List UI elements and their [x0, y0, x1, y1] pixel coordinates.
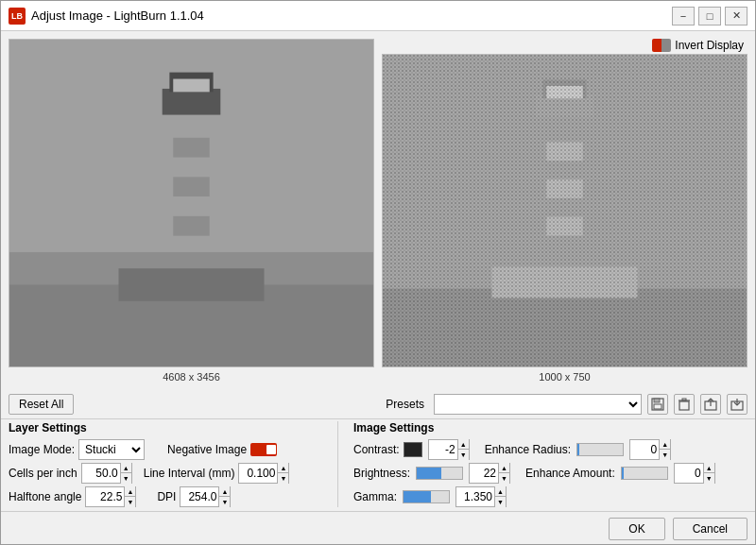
svg-rect-31: [679, 401, 689, 410]
left-image-container: [9, 39, 374, 367]
image-mode-label: Image Mode:: [9, 443, 75, 456]
halftone-angle-input[interactable]: [86, 487, 124, 506]
cells-up-btn[interactable]: ▲: [120, 463, 131, 473]
brightness-slider-visual: [416, 467, 463, 480]
save-preset-button[interactable]: [647, 394, 668, 415]
svg-rect-30: [654, 404, 662, 409]
enhance-radius-label: Enhance Radius:: [485, 443, 571, 456]
invert-display-label: Invert Display: [675, 39, 744, 52]
enhance-amount-label: Enhance Amount:: [525, 467, 615, 480]
right-image-caption: 1000 x 750: [539, 371, 590, 383]
enhance-amount-down-btn[interactable]: ▼: [703, 473, 714, 484]
brightness-up-btn[interactable]: ▲: [498, 463, 509, 473]
presets-label: Presets: [386, 398, 424, 411]
svg-rect-27: [383, 55, 747, 366]
gamma-down-btn[interactable]: ▼: [494, 497, 506, 507]
image-area: 4608 x 3456 Invert Display: [1, 31, 755, 390]
halftone-up-btn[interactable]: ▲: [124, 486, 135, 497]
enhance-radius-spinbox[interactable]: ▲ ▼: [629, 439, 671, 460]
cells-per-inch-spinbox[interactable]: ▲ ▼: [81, 463, 132, 484]
brightness-down-btn[interactable]: ▼: [498, 473, 509, 484]
invert-icon-left: [652, 39, 662, 52]
dpi-up-btn[interactable]: ▲: [218, 486, 230, 497]
negative-image-label: Negative Image: [167, 443, 247, 456]
line-interval-input[interactable]: [239, 464, 277, 483]
enhance-radius-up-btn[interactable]: ▲: [659, 439, 670, 450]
cells-per-inch-label: Cells per inch: [9, 467, 77, 480]
contrast-up-btn[interactable]: ▲: [457, 439, 469, 450]
settings-row: Layer Settings Image Mode: Stucki Jarvis…: [1, 418, 755, 511]
toggle-dot: [266, 445, 276, 454]
close-button[interactable]: ✕: [725, 7, 747, 26]
enhance-amount-input[interactable]: [675, 464, 703, 483]
gamma-row: Gamma: ▲ ▼: [353, 486, 747, 507]
bottom-row: OK Cancel: [1, 511, 755, 544]
gamma-slider-visual: [403, 490, 450, 503]
enhance-amount-spinbox[interactable]: ▲ ▼: [674, 463, 715, 484]
delete-preset-button[interactable]: [674, 394, 695, 415]
window-controls: − □ ✕: [672, 7, 747, 26]
app-icon: LB: [9, 8, 26, 25]
export-preset-button[interactable]: [700, 394, 721, 415]
contrast-down-btn[interactable]: ▼: [457, 450, 469, 460]
image-mode-row: Image Mode: Stucki Jarvis Floyd-Steinber…: [9, 439, 330, 460]
presets-select[interactable]: [434, 394, 642, 415]
invert-icon-right: [662, 39, 671, 52]
dpi-down-btn[interactable]: ▼: [218, 497, 230, 507]
dpi-label: DPI: [157, 490, 176, 503]
import-preset-button[interactable]: [727, 394, 747, 415]
presets-row: Reset All Presets: [1, 390, 755, 418]
main-content: 4608 x 3456 Invert Display: [1, 31, 755, 544]
contrast-label: Contrast:: [353, 443, 400, 456]
invert-display-icon: [652, 39, 671, 52]
right-image-container: [382, 54, 747, 367]
image-settings-label: Image Settings: [353, 421, 747, 434]
cells-per-inch-input[interactable]: [82, 464, 120, 483]
main-window: LB Adjust Image - LightBurn 1.1.04 − □ ✕: [0, 0, 756, 545]
cancel-button[interactable]: Cancel: [673, 518, 747, 540]
brightness-label: Brightness:: [353, 467, 410, 480]
brightness-spinbox[interactable]: ▲ ▼: [469, 463, 510, 484]
gamma-spinbox[interactable]: ▲ ▼: [455, 486, 507, 507]
contrast-row: Contrast: ▲ ▼ Enhance Radius:: [353, 439, 747, 460]
image-settings: Image Settings Contrast: ▲ ▼ Enhance Rad…: [346, 421, 747, 507]
line-interval-down-btn[interactable]: ▼: [277, 473, 288, 484]
enhance-radius-slider-visual: [576, 443, 624, 456]
left-image-caption: 4608 x 3456: [163, 371, 220, 383]
halftone-angle-label: Halftone angle: [9, 490, 81, 503]
contrast-color-block: [404, 442, 422, 457]
cells-down-btn[interactable]: ▼: [120, 473, 131, 484]
window-title: Adjust Image - LightBurn 1.1.04: [31, 9, 672, 23]
svg-rect-29: [654, 399, 660, 402]
image-mode-select[interactable]: Stucki Jarvis Floyd-Steinberg: [78, 439, 145, 460]
contrast-input[interactable]: [429, 440, 457, 459]
layer-settings: Layer Settings Image Mode: Stucki Jarvis…: [9, 421, 330, 507]
negative-image-toggle[interactable]: [250, 443, 277, 456]
enhance-amount-slider-visual: [621, 467, 668, 480]
minimize-button[interactable]: −: [672, 7, 695, 26]
dpi-spinbox[interactable]: ▲ ▼: [180, 486, 231, 507]
dpi-input[interactable]: [180, 487, 218, 506]
svg-rect-33: [682, 399, 686, 400]
ok-button[interactable]: OK: [609, 518, 664, 540]
gamma-label: Gamma:: [353, 490, 397, 503]
halftone-angle-spinbox[interactable]: ▲ ▼: [85, 486, 136, 507]
settings-separator: [337, 421, 338, 507]
line-interval-up-btn[interactable]: ▲: [277, 463, 288, 473]
cells-per-inch-row: Cells per inch ▲ ▼ Line Interval (mm) ▲: [9, 463, 330, 484]
enhance-radius-down-btn[interactable]: ▼: [659, 450, 670, 460]
brightness-input[interactable]: [470, 464, 498, 483]
reset-all-button[interactable]: Reset All: [9, 394, 74, 415]
gamma-input[interactable]: [456, 487, 494, 506]
line-interval-label: Line Interval (mm): [144, 467, 235, 480]
enhance-radius-input[interactable]: [630, 440, 659, 459]
layer-settings-label: Layer Settings: [9, 421, 330, 434]
title-bar: LB Adjust Image - LightBurn 1.1.04 − □ ✕: [1, 1, 755, 31]
left-image-panel: 4608 x 3456: [9, 39, 374, 383]
line-interval-spinbox[interactable]: ▲ ▼: [238, 463, 289, 484]
gamma-up-btn[interactable]: ▲: [494, 486, 506, 497]
enhance-amount-up-btn[interactable]: ▲: [703, 463, 714, 473]
maximize-button[interactable]: □: [698, 7, 721, 26]
contrast-spinbox[interactable]: ▲ ▼: [428, 439, 470, 460]
halftone-down-btn[interactable]: ▼: [124, 497, 135, 507]
